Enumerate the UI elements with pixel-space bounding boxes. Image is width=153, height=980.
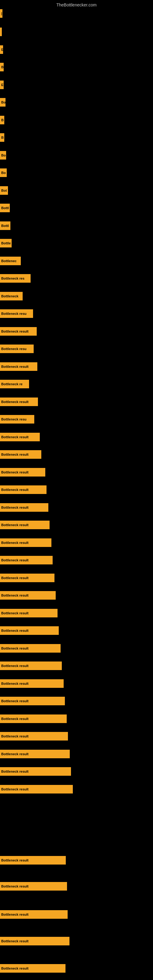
bar-36: Bottleneck result — [0, 644, 61, 652]
bar-26: Bottleneck result — [0, 468, 45, 477]
bar-3: B — [0, 63, 4, 72]
bar-label-13: Bottle — [1, 241, 11, 245]
bar-43: Bottleneck result — [0, 767, 71, 776]
bar-label-45: Bottleneck result — [1, 858, 29, 862]
bar-label-18: Bottleneck result — [1, 329, 29, 333]
bar-label-27: Bottleneck result — [1, 488, 29, 492]
bar-row-2: E — [0, 45, 153, 54]
bar-6: B — [0, 116, 4, 124]
bar-33: Bottleneck result — [0, 591, 56, 600]
bar-row-31: Bottleneck result — [0, 556, 153, 565]
bar-label-25: Bottleneck result — [1, 453, 29, 456]
bar-45: Bottleneck result — [0, 856, 66, 865]
bar-22: Bottleneck result — [0, 398, 38, 406]
bar-row-11: Bottl — [0, 204, 153, 212]
bar-44: Bottleneck result — [0, 785, 73, 794]
bar-row-8: Bo — [0, 151, 153, 159]
bar-row-39: Bottleneck result — [0, 697, 153, 705]
bar-29: Bottleneck result — [0, 520, 49, 529]
bar-48: Bottleneck result — [0, 910, 68, 919]
bar-row-32: Bottleneck result — [0, 574, 153, 582]
bar-row-4: E — [0, 81, 153, 89]
bar-13: Bottle — [0, 239, 12, 247]
bar-label-2: E — [1, 48, 3, 51]
bar-32: Bottleneck result — [0, 574, 54, 582]
bar-15: Bottleneck res — [0, 274, 30, 283]
bar-label-0: | — [1, 12, 2, 15]
bar-19: Bottleneck resu — [0, 345, 33, 353]
bar-label-28: Bottleneck result — [1, 506, 29, 509]
bar-row-33: Bottleneck result — [0, 591, 153, 600]
bar-row-30: Bottleneck result — [0, 538, 153, 547]
bar-label-32: Bottleneck result — [1, 576, 29, 580]
bar-label-23: Bottleneck resu — [1, 417, 27, 421]
bar-11: Bottl — [0, 204, 10, 212]
bar-row-36: Bottleneck result — [0, 644, 153, 652]
bar-35: Bottleneck result — [0, 626, 59, 635]
bar-34: Bottleneck result — [0, 609, 57, 617]
bar-row-34: Bottleneck result — [0, 609, 153, 617]
bar-row-44: Bottleneck result — [0, 785, 153, 794]
bar-label-24: Bottleneck result — [1, 435, 29, 439]
bar-label-36: Bottleneck result — [1, 646, 29, 650]
bar-row-41: Bottleneck result — [0, 732, 153, 740]
bar-label-39: Bottleneck result — [1, 699, 29, 703]
site-title: TheBottlenecker.com — [0, 0, 153, 9]
bar-row-3: B — [0, 63, 153, 72]
bar-row-18: Bottleneck result — [0, 327, 153, 336]
bar-row-19: Bottleneck resu — [0, 345, 153, 353]
bar-row-10: Bot — [0, 186, 153, 195]
bar-label-3: B — [1, 65, 4, 69]
bar-27: Bottleneck result — [0, 485, 46, 494]
bar-row-15: Bottleneck res — [0, 274, 153, 283]
bar-label-16: Bottleneck — [1, 294, 18, 298]
bar-label-47: Bottleneck result — [1, 967, 29, 970]
bar-label-10: Bot — [1, 189, 7, 192]
bar-16: Bottleneck — [0, 292, 22, 301]
bar-row-27: Bottleneck result — [0, 485, 153, 494]
bar-10: Bot — [0, 186, 8, 195]
bar-37: Bottleneck result — [0, 662, 62, 670]
bar-label-41: Bottleneck result — [1, 734, 29, 738]
bar-label-14: Bottlenec — [1, 259, 16, 263]
bar-label-5: Bo — [1, 100, 5, 104]
bar-21: Bottleneck re — [0, 380, 29, 388]
bar-12: Bottl — [0, 221, 10, 230]
bar-4: E — [0, 81, 4, 89]
bar-40: Bottleneck result — [0, 714, 67, 723]
bar-14: Bottlenec — [0, 257, 21, 265]
bar-label-30: Bottleneck result — [1, 541, 29, 544]
bar-label-7: B — [1, 136, 4, 139]
bar-row-46: Bottleneck result — [0, 882, 153, 891]
bar-41: Bottleneck result — [0, 732, 68, 740]
bar-row-45: Bottleneck result — [0, 856, 153, 865]
bar-17: Bottleneck resu — [0, 309, 33, 318]
bar-row-49: Bottleneck result — [0, 937, 153, 945]
bar-label-15: Bottleneck res — [1, 277, 24, 280]
bar-8: Bo — [0, 151, 6, 159]
bar-0: | — [0, 9, 2, 18]
bar-label-34: Bottleneck result — [1, 611, 29, 615]
bar-row-26: Bottleneck result — [0, 468, 153, 477]
bar-2: E — [0, 45, 3, 54]
bar-label-49: Bottleneck result — [1, 939, 29, 943]
bar-label-42: Bottleneck result — [1, 752, 29, 756]
bar-20: Bottleneck result — [0, 362, 37, 371]
bar-row-23: Bottleneck resu — [0, 415, 153, 423]
bar-39: Bottleneck result — [0, 697, 65, 705]
bar-row-25: Bottleneck result — [0, 450, 153, 459]
bar-23: Bottleneck resu — [0, 415, 34, 423]
bar-label-33: Bottleneck result — [1, 593, 29, 597]
bar-row-38: Bottleneck result — [0, 679, 153, 688]
bar-31: Bottleneck result — [0, 556, 53, 565]
bar-label-38: Bottleneck result — [1, 682, 29, 686]
bar-label-9: Bo — [1, 171, 6, 175]
bar-38: Bottleneck result — [0, 679, 64, 688]
bar-label-6: B — [1, 118, 4, 122]
bar-label-8: Bo — [1, 153, 6, 157]
bar-49: Bottleneck result — [0, 937, 70, 945]
bar-label-19: Bottleneck resu — [1, 347, 27, 351]
bar-row-42: Bottleneck result — [0, 750, 153, 758]
bar-row-29: Bottleneck result — [0, 520, 153, 529]
bar-row-40: Bottleneck result — [0, 714, 153, 723]
